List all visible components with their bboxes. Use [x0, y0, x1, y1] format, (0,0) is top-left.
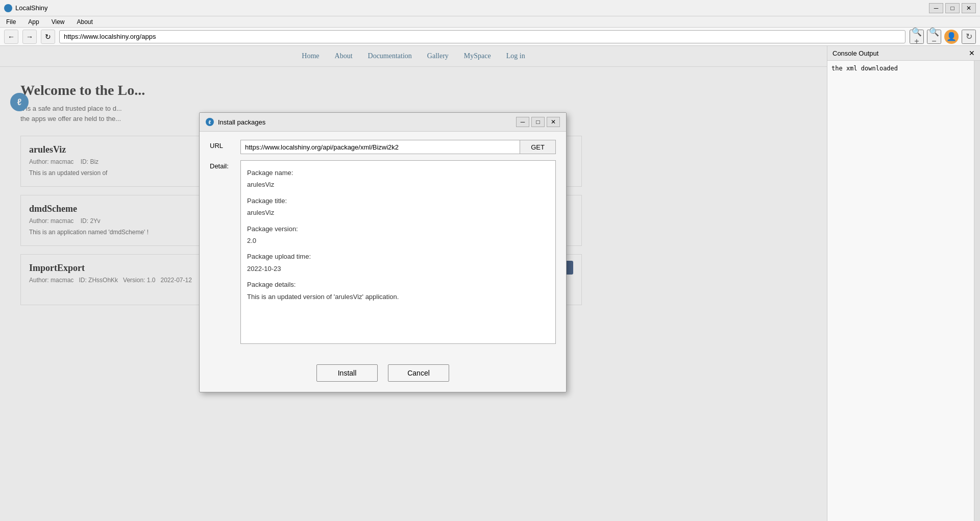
pkg-details-label: Package details:: [247, 281, 296, 288]
dialog-title: Install packages: [218, 118, 265, 126]
app-title: LocalShiny: [15, 4, 48, 12]
dialog-restore-button[interactable]: □: [531, 117, 545, 127]
menu-app[interactable]: App: [26, 18, 41, 26]
detail-label: Detail:: [210, 160, 240, 170]
url-label: URL: [210, 140, 240, 150]
dialog-minimize-button[interactable]: ─: [516, 117, 529, 127]
title-bar: LocalShiny ─ □ ✕: [0, 0, 980, 16]
console-title: Console Output: [832, 49, 878, 57]
pkg-upload-value: 2022-10-23: [247, 265, 281, 272]
get-button[interactable]: GET: [520, 140, 556, 154]
pkg-details-value: This is an updated version of 'arulesViz…: [247, 293, 399, 301]
menu-bar: File App View About: [0, 16, 980, 28]
pkg-version-value: 2.0: [247, 237, 256, 244]
detail-box: Package name: arulesViz Package title: a…: [240, 160, 556, 344]
browser-content: ℓ Home About Documentation Gallery MySpa…: [0, 46, 827, 521]
app-icon: [4, 4, 12, 12]
pkg-title-label: Package title:: [247, 197, 287, 205]
install-packages-dialog: ℓ Install packages ─ □ ✕ URL GET: [199, 112, 567, 392]
refresh-button[interactable]: ↻: [41, 30, 55, 44]
console-header: Console Output ✕: [827, 46, 980, 61]
console-output: the xml downloaded: [831, 65, 898, 72]
pkg-name-value: arulesViz: [247, 181, 274, 188]
console-panel: Console Output ✕ the xml downloaded: [827, 46, 980, 521]
minimize-button[interactable]: ─: [929, 3, 943, 13]
url-row: URL GET: [210, 140, 556, 154]
dialog-titlebar: ℓ Install packages ─ □ ✕: [200, 113, 566, 132]
console-body: the xml downloaded: [827, 61, 974, 521]
reload-button[interactable]: ↻: [962, 30, 976, 44]
address-bar: ← → ↻ 🔍+ 🔍− 👤 ↻: [0, 28, 980, 46]
back-button[interactable]: ←: [4, 30, 18, 44]
pkg-name-label: Package name:: [247, 169, 293, 177]
menu-about[interactable]: About: [75, 18, 95, 26]
zoom-out-button[interactable]: 🔍−: [927, 30, 941, 44]
pkg-version-label: Package version:: [247, 225, 298, 233]
url-input-container: GET: [240, 140, 556, 154]
url-input[interactable]: [59, 30, 905, 43]
pkg-upload-label: Package upload time:: [247, 253, 311, 260]
forward-button[interactable]: →: [22, 30, 37, 44]
dialog-url-input[interactable]: [240, 140, 520, 154]
dialog-body: URL GET Detail: Package name: arulesViz: [200, 132, 566, 358]
dialog-install-button[interactable]: Install: [316, 364, 378, 382]
dialog-close-button[interactable]: ✕: [547, 117, 560, 127]
dialog-cancel-button[interactable]: Cancel: [388, 364, 449, 382]
zoom-in-button[interactable]: 🔍+: [910, 30, 924, 44]
detail-row: Detail: Package name: arulesViz Package …: [210, 160, 556, 344]
menu-file[interactable]: File: [4, 18, 18, 26]
console-scrollbar[interactable]: [974, 61, 980, 521]
user-avatar: 👤: [944, 30, 959, 44]
pkg-title-value: arulesViz: [247, 209, 274, 216]
console-close-button[interactable]: ✕: [969, 49, 975, 57]
menu-view[interactable]: View: [50, 18, 67, 26]
close-button[interactable]: ✕: [962, 3, 976, 13]
dialog-footer: Install Cancel: [200, 358, 566, 392]
dialog-icon: ℓ: [206, 118, 214, 126]
restore-button[interactable]: □: [945, 3, 960, 13]
